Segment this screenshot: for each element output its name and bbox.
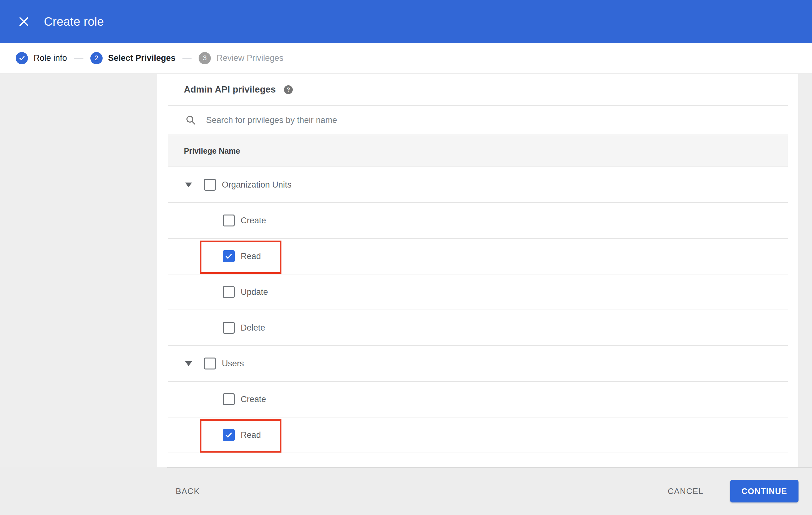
- privilege-row-organization-units[interactable]: Organization Units: [168, 167, 788, 203]
- privilege-label: Organization Units: [222, 180, 291, 190]
- back-button[interactable]: BACK: [176, 486, 200, 496]
- help-icon[interactable]: ?: [284, 85, 293, 94]
- checkbox[interactable]: [223, 215, 235, 226]
- collapse-arrow-icon[interactable]: [185, 183, 192, 187]
- panel-heading-row: Admin API privileges ?: [168, 74, 788, 106]
- step-label: Select Privileges: [108, 53, 176, 63]
- privilege-label: Update: [241, 287, 268, 297]
- privilege-row-create[interactable]: Create: [168, 382, 788, 418]
- dialog-title: Create role: [44, 15, 104, 29]
- close-icon: [18, 16, 30, 28]
- privilege-row-create[interactable]: Create: [168, 203, 788, 239]
- checkbox[interactable]: [223, 393, 235, 405]
- stepper: Role info 2 Select Privileges 3 Review P…: [0, 43, 812, 73]
- step-review-privileges[interactable]: 3 Review Privileges: [199, 52, 283, 64]
- privilege-label: Read: [241, 251, 261, 261]
- privilege-label: Read: [241, 430, 261, 440]
- panel-heading: Admin API privileges: [184, 84, 276, 95]
- app-bar: Create role: [0, 0, 812, 43]
- checkbox[interactable]: [204, 358, 216, 369]
- step-number-badge: 2: [90, 52, 103, 64]
- checkbox[interactable]: [204, 179, 216, 191]
- privilege-label: Create: [241, 216, 266, 225]
- collapse-arrow-icon[interactable]: [185, 361, 192, 366]
- privileges-panel: Admin API privileges ? Privilege Name: [157, 74, 798, 467]
- privilege-row-read[interactable]: Read: [168, 418, 788, 453]
- checkbox[interactable]: [223, 322, 235, 334]
- checkbox-checked[interactable]: [223, 250, 235, 262]
- step-role-info[interactable]: Role info: [16, 52, 67, 64]
- footer-bar: BACK CANCEL CONTINUE: [0, 467, 812, 515]
- step-complete-check-icon: [16, 52, 28, 64]
- step-connector: [74, 58, 83, 59]
- privilege-search-input[interactable]: [206, 111, 788, 129]
- step-label: Review Privileges: [216, 53, 283, 63]
- cancel-button[interactable]: CANCEL: [668, 486, 703, 496]
- privilege-row-delete[interactable]: Delete: [168, 310, 788, 346]
- step-connector: [182, 58, 192, 59]
- privilege-label: Create: [241, 395, 266, 404]
- checkbox-checked[interactable]: [223, 429, 235, 441]
- privilege-row-users[interactable]: Users: [168, 346, 788, 382]
- privilege-row-update[interactable]: Update: [168, 274, 788, 310]
- create-role-dialog: Create role Role info 2 Select Privilege…: [0, 0, 812, 515]
- continue-button[interactable]: CONTINUE: [730, 480, 799, 503]
- search-icon: [185, 115, 196, 126]
- column-header-label: Privilege Name: [184, 147, 240, 156]
- step-number-badge: 3: [199, 52, 211, 64]
- privilege-label: Delete: [241, 323, 265, 333]
- step-select-privileges[interactable]: 2 Select Privileges: [90, 52, 176, 64]
- step-label: Role info: [34, 53, 67, 63]
- privilege-search-row: [168, 106, 788, 135]
- checkbox[interactable]: [223, 286, 235, 298]
- table-column-header: Privilege Name: [168, 135, 788, 167]
- privilege-row-read[interactable]: Read: [168, 239, 788, 274]
- privilege-label: Users: [222, 359, 244, 368]
- close-button[interactable]: [14, 12, 33, 31]
